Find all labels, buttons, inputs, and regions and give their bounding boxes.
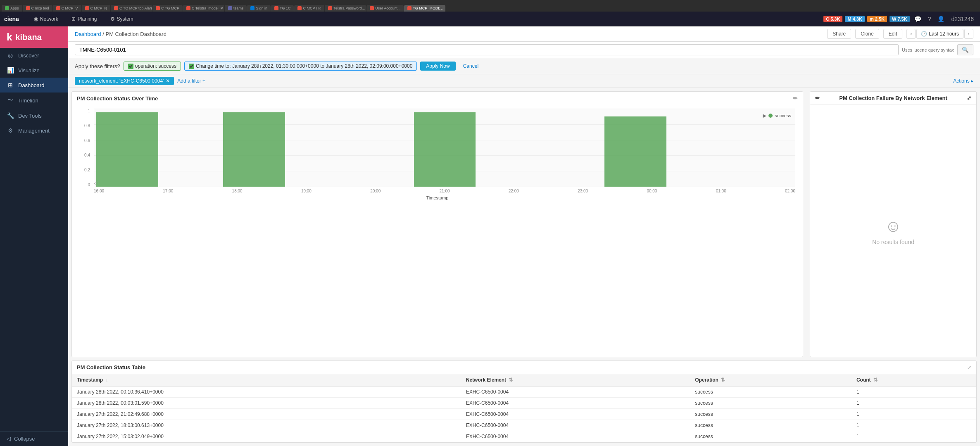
browser-tab-apps[interactable]: Apps bbox=[2, 5, 22, 12]
time-next-button[interactable]: › bbox=[964, 29, 973, 39]
chart-bars bbox=[94, 109, 795, 187]
no-results-body: ☺ No results found bbox=[810, 105, 976, 357]
browser-tab-mcphk[interactable]: C MCP HK bbox=[294, 5, 324, 12]
table-scroll[interactable]: Timestamp ↓ Network Element ⇅ Operation … bbox=[72, 374, 976, 442]
help-icon[interactable]: ? bbox=[926, 15, 933, 23]
filter-chip-time[interactable]: Change time to: January 28th 2022, 01:30… bbox=[184, 62, 417, 71]
col-operation[interactable]: Operation ⇅ bbox=[690, 374, 852, 386]
chart-nav-button[interactable]: ◁ bbox=[94, 180, 98, 186]
chart-y-axis: 1 0.8 0.6 0.4 0.2 0 bbox=[75, 109, 92, 187]
sidebar-item-devtools[interactable]: 🔧 Dev Tools bbox=[0, 108, 68, 123]
nav-network[interactable]: ◉ Network bbox=[29, 14, 63, 24]
browser-tab-mcpn[interactable]: C MCP_N bbox=[82, 5, 111, 12]
no-results-fullscreen-icon[interactable]: ⤢ bbox=[967, 95, 971, 101]
filter-time-checkbox[interactable] bbox=[189, 64, 194, 69]
app-topbar: ciena ◉ Network ⊞ Planning ⚙ System C 5.… bbox=[0, 12, 980, 26]
col-timestamp[interactable]: Timestamp ↓ bbox=[72, 374, 461, 386]
no-results-message: No results found bbox=[872, 239, 914, 245]
data-table: Timestamp ↓ Network Element ⇅ Operation … bbox=[72, 374, 976, 442]
active-filter-chip[interactable]: network_element: 'EXHC-C6500 0004' ✕ bbox=[75, 77, 174, 85]
table-header-row: PM Collection Status Table ⤢ bbox=[72, 361, 976, 374]
collapse-button[interactable]: ◁ Collapse bbox=[0, 432, 68, 446]
cell-timestamp: January 28th 2022, 00:03:01.590+0000 bbox=[72, 398, 461, 409]
sort-count-icon[interactable]: ⇅ bbox=[873, 377, 878, 383]
share-button[interactable]: Share bbox=[827, 29, 851, 39]
chart-bar-1600 bbox=[96, 112, 158, 187]
chat-icon[interactable]: 💬 bbox=[912, 15, 923, 23]
chart-bar-1800 bbox=[223, 112, 285, 187]
sidebar-item-dashboard[interactable]: ⊞ Dashboard bbox=[0, 78, 68, 93]
time-prev-button[interactable]: ‹ bbox=[906, 29, 916, 39]
search-button[interactable]: 🔍 bbox=[957, 44, 973, 55]
cell-network-element: EXHC-C6500-0004 bbox=[461, 398, 690, 409]
browser-tab-topcalarms[interactable]: C TO MCP top Alarms bbox=[111, 5, 152, 12]
cell-network-element: EXHC-C6500-0004 bbox=[461, 420, 690, 431]
sort-operation-icon[interactable]: ⇅ bbox=[721, 377, 725, 383]
badge-w[interactable]: W 7.5K bbox=[890, 16, 910, 22]
chart-panel-body: 1 0.8 0.6 0.4 0.2 0 bbox=[72, 105, 803, 357]
cell-count: 1 bbox=[852, 386, 976, 398]
actions-link[interactable]: Actions ▸ bbox=[953, 78, 973, 84]
search-syntax-label: Uses lucene query syntax bbox=[902, 47, 954, 52]
active-filters-bar: network_element: 'EXHC-C6500 0004' ✕ Add… bbox=[68, 74, 980, 88]
table-row: January 28th 2022, 00:03:01.590+0000 EXH… bbox=[72, 398, 976, 409]
browser-tab-lockout[interactable]: User Account... bbox=[366, 5, 404, 12]
nav-system[interactable]: ⚙ System bbox=[105, 14, 138, 24]
timelion-icon: 〜 bbox=[7, 97, 14, 104]
badge-c[interactable]: C 5.3K bbox=[823, 16, 842, 22]
sidebar-item-discover[interactable]: ◎ Discover bbox=[0, 48, 68, 63]
filter-chip-operation[interactable]: operation: success bbox=[124, 62, 181, 71]
cell-network-element: EXHC-C6500-0004 bbox=[461, 386, 690, 398]
breadcrumb-dashboard[interactable]: Dashboard bbox=[75, 31, 101, 37]
sidebar-item-visualize[interactable]: 📊 Visualize bbox=[0, 63, 68, 78]
col-network-element[interactable]: Network Element ⇅ bbox=[461, 374, 690, 386]
col-count[interactable]: Count ⇅ bbox=[852, 374, 976, 386]
cancel-button[interactable]: Cancel bbox=[459, 62, 483, 71]
browser-tab-mcptool[interactable]: C mcp tool bbox=[23, 5, 52, 12]
sort-timestamp-icon[interactable]: ↓ bbox=[105, 377, 108, 383]
browser-tab-tgmcpmodel[interactable]: TG MCP_MODEL bbox=[404, 5, 445, 12]
chart-container: 1 0.8 0.6 0.4 0.2 0 bbox=[75, 109, 799, 199]
browser-tab-mcpv[interactable]: C MCP_V bbox=[53, 5, 81, 12]
no-results-icon: ☺ bbox=[885, 217, 902, 235]
breadcrumb: Dashboard / PM Collection Dashboard bbox=[75, 31, 167, 37]
browser-tab-tgmcp[interactable]: C TG MCP bbox=[152, 5, 183, 12]
sort-network-icon[interactable]: ⇅ bbox=[509, 377, 513, 383]
chart-bar-2100 bbox=[414, 112, 476, 187]
chart-legend: ▶ success bbox=[763, 113, 791, 119]
sidebar-item-timelion[interactable]: 〜 Timelion bbox=[0, 93, 68, 108]
badge-m2[interactable]: m 2.5K bbox=[867, 16, 887, 22]
browser-tab-teams[interactable]: teams bbox=[225, 5, 247, 12]
user-icon[interactable]: 👤 bbox=[935, 15, 947, 23]
remove-filter-icon[interactable]: ✕ bbox=[166, 78, 170, 84]
cell-timestamp: January 28th 2022, 00:10:36.410+0000 bbox=[72, 386, 461, 398]
no-results-edit-icon[interactable]: ✏ bbox=[815, 95, 820, 101]
nav-planning[interactable]: ⊞ Planning bbox=[67, 14, 102, 24]
browser-tab-password[interactable]: Telstra Password... bbox=[325, 5, 366, 12]
cell-count: 1 bbox=[852, 420, 976, 431]
browser-tab-tg1c[interactable]: TG 1C bbox=[271, 5, 294, 12]
badge-m[interactable]: M 4.3K bbox=[845, 16, 864, 22]
edit-button[interactable]: Edit bbox=[883, 29, 903, 39]
sidebar-item-management[interactable]: ⚙ Management bbox=[0, 123, 68, 138]
dashboard-icon: ⊞ bbox=[7, 82, 14, 88]
legend-play-icon[interactable]: ▶ bbox=[763, 113, 766, 119]
browser-tab-telstramcp[interactable]: C Telstra_model_P bbox=[183, 5, 224, 12]
add-filter-link[interactable]: Add a filter + bbox=[177, 78, 205, 84]
search-input[interactable] bbox=[75, 44, 899, 55]
filter-operation-checkbox[interactable] bbox=[128, 64, 133, 69]
table-fullscreen-icon[interactable]: ⤢ bbox=[967, 365, 971, 370]
time-range-button[interactable]: 🕐 Last 12 hours bbox=[916, 29, 963, 39]
topbar-right: C 5.3K M 4.3K m 2.5K W 7.5K 💬 ? 👤 d23124… bbox=[823, 15, 976, 23]
chart-edit-icon[interactable]: ✏ bbox=[793, 95, 798, 102]
dashboard-grid: PM Collection Status Over Time ✏ 1 0.8 0… bbox=[68, 88, 980, 361]
browser-tab-signin[interactable]: Sign in bbox=[247, 5, 271, 12]
apply-now-button[interactable]: Apply Now bbox=[420, 62, 455, 71]
chart-panel-title: PM Collection Status Over Time bbox=[77, 95, 158, 102]
main-layout: k kibana ◎ Discover 📊 Visualize ⊞ Dashbo… bbox=[0, 26, 980, 446]
table-row: January 27th 2022, 21:02:49.688+0000 EXH… bbox=[72, 409, 976, 420]
time-nav-arrows: ‹ 🕐 Last 12 hours › bbox=[906, 29, 973, 39]
clone-button[interactable]: Clone bbox=[855, 29, 879, 39]
clock-icon: 🕐 bbox=[921, 31, 927, 37]
ciena-logo: ciena bbox=[4, 16, 19, 22]
